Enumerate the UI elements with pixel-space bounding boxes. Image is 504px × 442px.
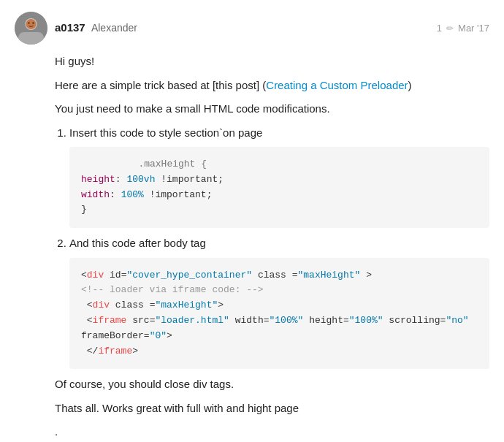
intro-line-2: Here are a simple trick based at [this p… — [55, 77, 489, 94]
post-header-left: a0137 Alexander — [15, 12, 137, 45]
post-number: 1 — [437, 21, 442, 36]
avatar — [15, 12, 47, 45]
svg-rect-6 — [18, 32, 44, 45]
steps-list: Insert this code to style section`on pag… — [55, 125, 489, 370]
svg-point-4 — [28, 22, 29, 23]
username[interactable]: a0137 — [55, 21, 85, 34]
custom-preloader-link[interactable]: Creating a Custom Preloader — [266, 79, 408, 91]
step-3: Thats all. Works great with full with an… — [55, 400, 489, 417]
code-block-2: <div id="cover_hype_container" class ="m… — [69, 258, 489, 370]
svg-point-3 — [26, 19, 37, 29]
svg-point-5 — [32, 22, 34, 23]
post-body: Hi guys! Here are a simple trick based a… — [15, 53, 489, 442]
step-1: Insert this code to style section`on pag… — [69, 125, 489, 229]
display-name: Alexander — [91, 22, 137, 34]
intro-line-1: Hi guys! — [55, 53, 489, 70]
edit-icon: ✏ — [446, 22, 454, 35]
post-date: Mar '17 — [458, 21, 489, 36]
user-info: a0137 Alexander — [55, 20, 137, 37]
step-2: And this code after body tag <div id="co… — [69, 235, 489, 369]
post-header: a0137 Alexander 1 ✏ Mar '17 — [15, 12, 489, 45]
post-meta: 1 ✏ Mar '17 — [437, 21, 489, 36]
code-block-1: .maxHeight { height: 100vh !important; w… — [69, 147, 489, 228]
dot-line: . — [55, 424, 489, 441]
intro-line-3: You just need to make a small HTML code … — [55, 101, 489, 118]
step-2-sub: Of course, you should close div tags. — [55, 376, 489, 393]
post: a0137 Alexander 1 ✏ Mar '17 Hi guys! Her… — [0, 0, 504, 442]
